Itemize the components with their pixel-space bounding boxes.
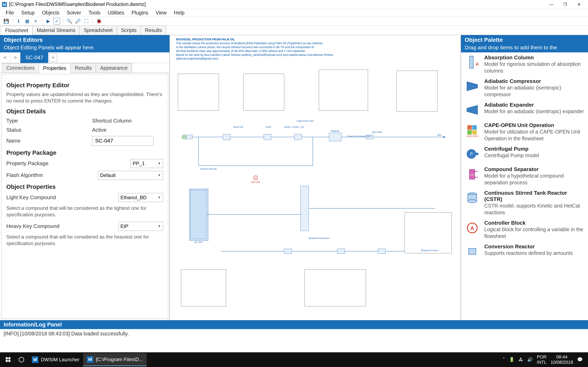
close-object-tab[interactable]: × <box>49 54 57 62</box>
info-icon[interactable]: ℹ <box>15 18 22 25</box>
cstr-icon <box>464 190 481 206</box>
svg-rect-54 <box>476 153 478 155</box>
palette-compound-separator[interactable]: CS Compound SeparatorModel for a hypothe… <box>461 164 588 188</box>
menu-utilities[interactable]: Utilities <box>104 8 128 17</box>
system-tray[interactable]: ˄ 🔋 🖧 🔊 PORINTL 08:4410/08/2018 💬 <box>499 354 586 365</box>
palette-cape-open[interactable]: CAPE-OPEN CAPE-OPEN Unit OperationModel … <box>461 120 588 144</box>
flowsheet-canvas[interactable]: BIODIESEL PRODUCTION FROM PALM OIL This … <box>170 35 461 320</box>
fit-icon[interactable]: ⛶ <box>83 18 90 25</box>
zoom-in-icon[interactable]: 🔍 <box>66 18 72 25</box>
svg-text:NaOH + EtOH + Oil: NaOH + EtOH + Oil <box>284 126 304 128</box>
palette-adiabatic-expander[interactable]: Adiabatic ExpanderModel for an adiabatic… <box>461 100 588 120</box>
subtab-results[interactable]: Results <box>70 63 96 73</box>
log-entry: [INFO] [10/08/2018 08:43:03] Data loaded… <box>0 329 588 338</box>
tab-scripts[interactable]: Scripts <box>117 25 141 35</box>
svg-marker-8 <box>443 136 445 138</box>
tab-results[interactable]: Results <box>141 25 166 35</box>
palette-cstr[interactable]: Continuous Stirred Tank Reactor (CSTR)CS… <box>461 188 588 218</box>
tray-notifications-icon[interactable]: 💬 <box>577 357 583 362</box>
svg-rect-13 <box>329 133 341 141</box>
svg-rect-75 <box>91 358 92 361</box>
menu-tools[interactable]: Tools <box>85 8 104 17</box>
svg-rect-25 <box>181 269 226 306</box>
settings-icon[interactable]: ≡ <box>33 18 39 25</box>
tab-material-streams[interactable]: Material Streams <box>33 25 80 35</box>
chevron-down-icon: ▼ <box>158 196 161 200</box>
current-object-tab[interactable]: SC-047 <box>20 52 48 63</box>
minimize-button[interactable]: — <box>544 0 558 9</box>
palette-adiabatic-compressor[interactable]: Adiabatic CompressorModel for an adiabat… <box>461 76 588 100</box>
svg-rect-64 <box>468 248 476 254</box>
menu-setup[interactable]: Setup <box>17 8 38 17</box>
select-light-key[interactable]: Ethanol_BD▼ <box>118 193 163 202</box>
separator-icon: CS <box>464 166 481 183</box>
palette-centrifugal-pump[interactable]: P Centrifugal PumpCentrifugal Pump model <box>461 144 588 164</box>
svg-rect-65 <box>6 357 8 359</box>
nav-prev-button[interactable]: < <box>0 53 10 63</box>
tray-chevron-up-icon[interactable]: ˄ <box>503 357 505 362</box>
object-editors-header: Object Editors Object Editing Panels wil… <box>0 35 169 52</box>
svg-rect-50 <box>472 130 477 134</box>
property-editor-scroll[interactable]: Object Property Editor Property values a… <box>1 74 168 319</box>
svg-rect-48 <box>472 125 477 130</box>
subtab-appearance[interactable]: Appearance <box>96 63 132 73</box>
pal-title: Absorption Column <box>484 54 585 61</box>
svg-text:Biodiesel Product: Biodiesel Product <box>421 249 439 252</box>
svg-text:M01: M01 <box>437 134 442 136</box>
menu-help[interactable]: Help <box>170 8 188 17</box>
selected-unit-highlight[interactable] <box>190 189 208 241</box>
menu-view[interactable]: View <box>152 8 170 17</box>
tray-battery-icon[interactable]: 🔋 <box>509 357 515 362</box>
palette-scroll[interactable]: AB Absorption ColumnModel for rigorous s… <box>461 52 588 320</box>
zoom-out-icon[interactable]: 🔎 <box>75 18 81 25</box>
controller-icon: A <box>464 220 481 236</box>
bug-icon[interactable]: 🐞 <box>95 18 102 25</box>
palette-absorption-column[interactable]: AB Absorption ColumnModel for rigorous s… <box>461 52 588 76</box>
start-button[interactable] <box>2 353 15 366</box>
select-heavy-key[interactable]: EtP▼ <box>118 222 163 231</box>
svg-rect-3 <box>178 74 219 110</box>
tray-network-icon[interactable]: 🖧 <box>519 357 523 362</box>
tab-spreadsheet[interactable]: Spreadsheet <box>79 25 117 35</box>
input-name[interactable] <box>92 136 153 146</box>
svg-text:CAPE-OPEN: CAPE-OPEN <box>466 135 478 137</box>
object-nav: < > SC-047 × <box>0 52 169 63</box>
tray-clock[interactable]: 08:4410/08/2018 <box>551 354 573 365</box>
subtab-connections[interactable]: Connections <box>2 63 39 73</box>
app-icon <box>2 2 7 7</box>
expander-icon <box>464 102 481 118</box>
cortana-button[interactable] <box>15 353 28 366</box>
svg-text:Triglyceride Feed: Triglyceride Feed <box>296 120 314 122</box>
play-icon[interactable]: ▶ <box>45 18 52 25</box>
taskbar-app-dwsim-doc[interactable]: [C:\Program Files\D... <box>83 353 147 366</box>
grid-icon[interactable]: ▦ <box>24 18 30 25</box>
palette-conversion-reactor[interactable]: Conversion ReactorSupports reactions def… <box>461 242 588 262</box>
window-title: [C:\Program Files\DWSIM5\samples\Biodies… <box>9 2 544 7</box>
svg-rect-47 <box>467 125 472 130</box>
save-icon[interactable]: 💾 <box>3 18 9 25</box>
menu-solver[interactable]: Solver <box>63 8 85 17</box>
chevron-down-icon: ▼ <box>158 174 161 177</box>
absorption-column-icon: AB <box>464 54 481 71</box>
taskbar-app-dwsim-launcher[interactable]: DWSIM Launcher <box>28 353 83 366</box>
tray-volume-icon[interactable]: 🔊 <box>527 357 533 362</box>
maximize-button[interactable]: ❐ <box>558 0 572 9</box>
close-button[interactable]: ✕ <box>572 0 586 9</box>
object-sub-tabs: Connections Properties Results Appearanc… <box>0 63 169 73</box>
menu-plugins[interactable]: Plugins <box>128 8 152 17</box>
svg-rect-43 <box>470 56 473 68</box>
select-flash-algorithm[interactable]: Default▼ <box>98 171 163 180</box>
tab-flowsheet[interactable]: Flowsheet <box>1 26 33 35</box>
select-property-package[interactable]: PP_1▼ <box>130 159 163 168</box>
nav-next-button[interactable]: > <box>10 53 20 63</box>
subtab-properties[interactable]: Properties <box>39 63 71 73</box>
svg-rect-72 <box>36 358 37 361</box>
palette-controller-block[interactable]: A Controller BlockLogical block for cont… <box>461 218 588 242</box>
svg-rect-66 <box>8 357 10 359</box>
tray-lang[interactable]: PORINTL <box>537 354 546 365</box>
value-status: Active <box>92 127 107 133</box>
menu-objects[interactable]: Objects <box>38 8 63 17</box>
menu-file[interactable]: File <box>2 8 17 17</box>
validate-icon[interactable]: ✓ <box>53 18 60 25</box>
svg-rect-70 <box>34 358 34 361</box>
